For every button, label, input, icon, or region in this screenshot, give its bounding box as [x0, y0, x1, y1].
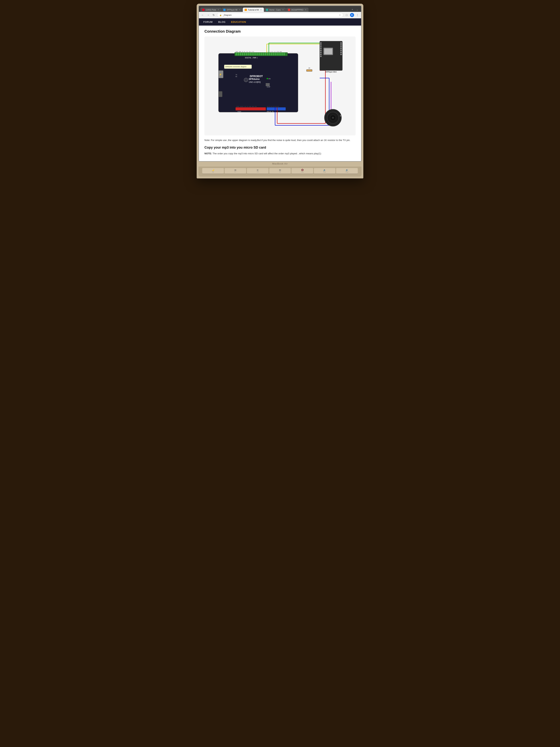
article-heading: Connection Diagram	[205, 29, 355, 33]
svg-point-94	[332, 117, 334, 119]
browser-tab-tab1[interactable]: (1093) Pinte ✕	[201, 7, 221, 12]
key-icon: ⏮	[226, 169, 245, 171]
article: Connection Diagram AREF GND 13 12 ~11 ~1…	[199, 26, 361, 161]
key-icon: 🔉	[315, 169, 335, 171]
nav-item-education[interactable]: EDUCATION	[231, 21, 246, 23]
browser-tab-tab4[interactable]: Home - Canv ✕	[264, 7, 286, 12]
svg-rect-24	[273, 53, 274, 55]
svg-text:ICSP: ICSP	[267, 86, 271, 88]
nav-item-blog[interactable]: BLOG	[218, 21, 225, 23]
key-F11[interactable]: 🔉F11	[314, 168, 336, 174]
svg-text:TX: TX	[236, 74, 237, 76]
svg-rect-77	[320, 44, 321, 45]
svg-rect-42	[266, 83, 267, 84]
svg-rect-9	[242, 53, 243, 55]
svg-text:RX: RX	[236, 76, 237, 77]
laptop-brand: MacBook Air	[198, 161, 362, 166]
svg-rect-72	[320, 41, 342, 70]
svg-rect-65	[306, 70, 312, 71]
new-tab-button[interactable]: +	[350, 7, 355, 12]
share-button[interactable]: □	[344, 13, 349, 17]
tab-overflow-button[interactable]: ⌄	[355, 7, 359, 12]
svg-rect-18	[261, 53, 262, 55]
browser-tab-tab2[interactable]: DFPlayer Mi ✕	[221, 7, 243, 12]
back-button[interactable]: ←	[201, 13, 205, 17]
svg-text:DIGITAL (PWM~): DIGITAL (PWM~)	[245, 57, 258, 59]
nav-item-forum[interactable]: FORUM	[203, 21, 213, 23]
svg-rect-75	[324, 49, 332, 54]
svg-rect-56	[218, 91, 222, 97]
svg-text:DFPlayer Mini: DFPlayer Mini	[325, 71, 337, 73]
tab-close-button[interactable]: ✕	[260, 8, 262, 11]
svg-rect-79	[320, 48, 321, 49]
svg-rect-48	[236, 107, 266, 110]
site-nav: FORUMBLOGEDUCATION	[199, 18, 361, 26]
key-icon: 🌙	[203, 169, 223, 171]
svg-rect-12	[248, 53, 249, 55]
key-icon: 🔇	[293, 169, 312, 171]
key-F10[interactable]: 🔇F10	[292, 168, 313, 174]
forward-button[interactable]: →	[206, 13, 210, 17]
tab-close-button[interactable]: ✕	[217, 8, 219, 11]
svg-rect-28	[281, 53, 283, 55]
svg-text:A0 A1 A2 A3 A4 A5: A0 A1 A2 A3 A4 A5	[267, 106, 279, 107]
menu-button[interactable]: ⋮	[355, 13, 359, 17]
svg-text:ANALOG IN: ANALOG IN	[267, 111, 273, 112]
svg-rect-89	[341, 52, 342, 53]
svg-rect-82	[320, 54, 321, 55]
address-bar[interactable]: 🔒 _Diagram ☆	[217, 13, 343, 17]
key-F9[interactable]: ⏭F9	[269, 168, 291, 174]
svg-rect-45	[266, 85, 267, 86]
svg-rect-23	[271, 53, 272, 55]
svg-rect-83	[320, 56, 321, 57]
svg-text:IOREF RESET 3V3 5V GND GND VIN: IOREF RESET 3V3 5V GND GND VIN	[236, 106, 257, 107]
svg-rect-29	[283, 53, 285, 55]
tab-close-button[interactable]: ✕	[304, 8, 307, 11]
key-fn-label: F6	[203, 171, 223, 173]
svg-rect-44	[268, 83, 270, 84]
svg-rect-22	[269, 53, 270, 55]
reload-button[interactable]: ↻	[212, 13, 216, 17]
svg-rect-11	[246, 53, 247, 55]
profile-button[interactable]: K	[350, 13, 354, 17]
key-fn-label: F7	[226, 171, 245, 173]
tab-label: Home - Canv	[269, 9, 281, 11]
connection-diagram: AREF GND 13 12 ~11 ~10 ~9 8 7 ~6 ~5 4 ~3…	[208, 40, 352, 131]
tab-label: Tutorial of M	[248, 9, 259, 11]
svg-rect-27	[279, 53, 281, 55]
svg-rect-46	[267, 85, 268, 86]
browser-tab-tab5[interactable]: DESAPPPRO ✕	[286, 7, 309, 12]
svg-rect-90	[341, 54, 342, 55]
tab-close-button[interactable]: ✕	[282, 8, 284, 11]
svg-rect-81	[320, 52, 321, 53]
svg-rect-43	[267, 83, 268, 84]
svg-rect-13	[250, 53, 252, 55]
bookmark-icon[interactable]: ☆	[339, 14, 341, 16]
svg-rect-47	[268, 85, 270, 86]
tab-close-button[interactable]: ✕	[239, 8, 241, 11]
key-icon: ⏭	[270, 169, 290, 171]
svg-rect-78	[320, 46, 321, 47]
key-F6[interactable]: 🌙F6	[202, 168, 224, 174]
browser-chrome: (1093) Pinte ✕ DFPlayer Mi ✕ Tutorial of…	[199, 6, 361, 12]
tab-label: (1093) Pinte	[206, 9, 216, 11]
note-bold-text: NOTE: The order you copy the mp3 into mi…	[205, 152, 355, 156]
svg-text:DFR0299 connection diagram: DFR0299 connection diagram	[225, 66, 246, 68]
key-fn-label: F12	[337, 171, 357, 173]
key-F12[interactable]: 🔊F12	[336, 168, 358, 174]
screen: (1093) Pinte ✕ DFPlayer Mi ✕ Tutorial of…	[198, 5, 362, 161]
svg-rect-15	[254, 53, 256, 55]
key-F7[interactable]: ⏮F7	[224, 168, 246, 174]
url-text: _Diagram	[223, 14, 338, 16]
svg-rect-49	[267, 107, 286, 110]
svg-text:DFRduino: DFRduino	[249, 78, 260, 80]
svg-point-95	[340, 115, 341, 117]
browser-tab-tab3[interactable]: Tutorial of M ✕	[243, 7, 264, 12]
svg-rect-87	[341, 48, 342, 49]
svg-rect-76	[320, 43, 321, 44]
svg-text:POWER: POWER	[237, 111, 241, 112]
key-fn-label: F10	[293, 171, 312, 173]
keyboard-function-row: 🌙F6⏮F7⏯F8⏭F9🔇F10🔉F11🔊F12	[202, 168, 358, 174]
key-F8[interactable]: ⏯F8	[247, 168, 268, 174]
copy-heading: Copy your mp3 into you micro SD card	[205, 146, 355, 150]
